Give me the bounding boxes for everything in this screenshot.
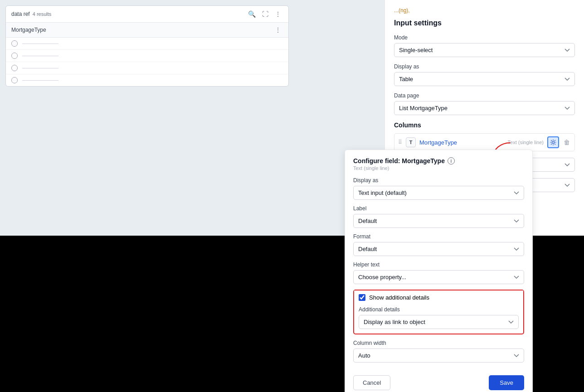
column-width-label: Column width (353, 340, 524, 346)
column-header: MortgageType (11, 27, 46, 33)
table-row (6, 74, 288, 86)
show-additional-details-label[interactable]: Show additional details (369, 294, 429, 301)
radio-1[interactable] (11, 40, 18, 47)
additional-details-select[interactable]: Display as link to object (359, 315, 519, 329)
additional-details-label: Additional details (359, 306, 519, 313)
delete-column-button[interactable]: 🗑 (563, 138, 571, 147)
columns-section: Columns ⠿ T MortgageType Text (single li… (394, 121, 575, 151)
cell-dash-1 (22, 44, 58, 44)
format-config-label: Format (353, 233, 524, 240)
section-title: Input settings (394, 19, 575, 27)
column-row: ⠿ T MortgageType Text (single line) 🗑 (394, 133, 575, 151)
table-row (6, 50, 288, 62)
configure-panel-subtitle: Text (single line) (353, 165, 524, 171)
radio-3[interactable] (11, 65, 18, 71)
helper-text-config-select[interactable]: Choose property... (353, 270, 524, 284)
search-button[interactable]: 🔍 (246, 10, 258, 19)
columns-title: Columns (394, 121, 575, 129)
expand-button[interactable]: ⛶ (260, 10, 270, 19)
black-overlay-left (0, 236, 345, 392)
save-button[interactable]: Save (489, 375, 524, 390)
column-width-select[interactable]: Auto (353, 348, 524, 363)
radio-2[interactable] (11, 53, 18, 59)
column-width-group: Column width Auto (353, 340, 524, 368)
display-as-label: Display as (394, 63, 575, 70)
display-as-config-select[interactable]: Text input (default) (353, 186, 524, 200)
data-ref-label: data ref (11, 11, 30, 17)
radio-4[interactable] (11, 77, 18, 83)
label-config-label: Label (353, 205, 524, 212)
data-ref-actions: 🔍 ⛶ ⋮ (246, 10, 283, 19)
show-additional-details-row: Show additional details (354, 290, 523, 305)
table-row (6, 62, 288, 74)
data-page-field-group: Data page List MortgageType (394, 92, 575, 115)
show-additional-details-checkbox[interactable] (359, 294, 365, 301)
mode-select[interactable]: Single-select (394, 43, 575, 57)
info-icon[interactable]: i (448, 157, 455, 165)
more-options-button[interactable]: ⋮ (273, 10, 283, 19)
configure-field-panel: Configure field: MortgageType i Text (si… (345, 150, 533, 392)
breadcrumb: ...(ng), (394, 7, 575, 14)
cell-dash-2 (22, 56, 58, 56)
action-buttons: Cancel Save (353, 375, 524, 390)
data-ref-title: data ref 4 results (11, 11, 51, 17)
column-options-button[interactable]: ⋮ (273, 25, 283, 34)
column-field-name: MortgageType (419, 139, 504, 146)
cell-dash-4 (22, 80, 58, 81)
results-count: 4 results (33, 11, 52, 17)
additional-details-section: Show additional details Additional detai… (353, 290, 524, 334)
display-as-field-group: Display as Table (394, 63, 575, 86)
configure-panel-title: Configure field: MortgageType i (353, 157, 524, 165)
format-config-select[interactable]: Default (353, 242, 524, 256)
data-ref-header: data ref 4 results 🔍 ⛶ ⋮ (6, 6, 288, 23)
table-header: MortgageType ⋮ (6, 23, 288, 38)
cancel-button[interactable]: Cancel (353, 375, 390, 390)
helper-text-config-label: Helper text (353, 261, 524, 268)
data-page-select[interactable]: List MortgageType (394, 101, 575, 115)
mode-field-group: Mode Single-select (394, 34, 575, 57)
field-type-icon: T (406, 137, 416, 147)
display-as-select[interactable]: Table (394, 72, 575, 86)
label-config-select[interactable]: Default (353, 214, 524, 228)
additional-details-content: Additional details Display as link to ob… (354, 305, 523, 334)
column-field-type-label: Text (single line) (508, 140, 544, 145)
gear-settings-button[interactable] (547, 136, 559, 148)
table-row (6, 38, 288, 50)
cell-dash-3 (22, 68, 58, 68)
mode-label: Mode (394, 34, 575, 41)
display-as-config-label: Display as (353, 177, 524, 184)
data-page-label: Data page (394, 92, 575, 99)
drag-handle-icon[interactable]: ⠿ (398, 139, 402, 145)
data-ref-container: data ref 4 results 🔍 ⛶ ⋮ MortgageType ⋮ (5, 5, 289, 87)
